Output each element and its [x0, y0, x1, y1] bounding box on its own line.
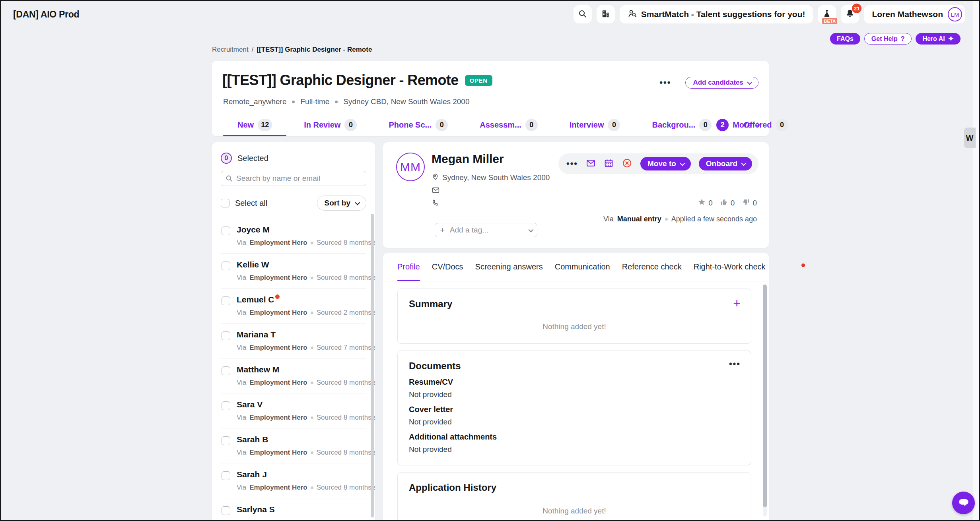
separator-dot	[311, 347, 313, 349]
candidate-row[interactable]: Sarah BViaEmployment HeroSourced 8 month…	[221, 428, 366, 463]
chat-widget-button[interactable]	[952, 492, 975, 514]
notification-count-badge: 21	[852, 4, 861, 13]
notifications-button[interactable]: 21	[841, 5, 859, 23]
schedule-calendar-icon[interactable]	[604, 158, 614, 170]
thumb-down-rating[interactable]: 0	[742, 198, 757, 208]
user-menu[interactable]: Loren Mathewson LM	[864, 5, 965, 23]
onboard-button[interactable]: Onboard	[699, 157, 752, 170]
via-label: Via	[237, 414, 246, 422]
detail-tab-communication[interactable]: Communication	[555, 253, 610, 281]
thumb-up-count: 0	[731, 199, 735, 207]
send-email-icon[interactable]	[586, 158, 596, 170]
separator-dot	[311, 416, 313, 419]
detail-tab-reference-check[interactable]: Reference check	[622, 253, 682, 281]
smartmatch-icon	[628, 9, 637, 20]
organisation-button[interactable]	[597, 5, 615, 23]
candidate-row[interactable]: Matthew MViaEmployment HeroSourced 8 mon…	[221, 358, 366, 393]
add-tag-placeholder: Add a tag...	[450, 226, 488, 234]
candidate-more-menu-button[interactable]: •••	[566, 159, 578, 168]
breadcrumb-section[interactable]: Recruitment	[212, 46, 249, 54]
candidate-list-panel: 0 Selected Select all Sort by Joyce MVia…	[212, 142, 375, 520]
sort-by-label: Sort by	[325, 199, 350, 207]
document-value: Not provided	[409, 418, 740, 426]
job-more-menu-button[interactable]: •••	[659, 78, 671, 87]
detail-tab-right-to-work-check[interactable]: Right-to-Work check	[694, 253, 766, 281]
candidate-checkbox[interactable]	[222, 506, 230, 515]
candidate-row[interactable]: Kellie WViaEmployment HeroSourced 8 mont…	[221, 254, 366, 289]
candidate-search-input[interactable]	[221, 171, 366, 186]
candidate-checkbox[interactable]	[222, 227, 230, 235]
candidate-checkbox[interactable]	[222, 401, 230, 410]
stage-tab-in-review[interactable]: In Review0	[288, 113, 373, 136]
candidate-source: ViaEmployment HeroSourced 8 months ago	[237, 379, 375, 387]
search-button[interactable]	[574, 5, 592, 23]
sort-by-button[interactable]: Sort by	[317, 196, 366, 211]
documents-more-menu-button[interactable]: •••	[729, 360, 741, 368]
candidate-row[interactable]: Sarlyna SViaEmployment HeroSourced 8 mon…	[221, 498, 366, 520]
app-title: [DAN] AIO Prod	[13, 9, 79, 20]
browser-extension-tab[interactable]: W	[964, 128, 976, 148]
candidate-checkbox[interactable]	[222, 296, 230, 305]
smartmatch-button[interactable]: SmartMatch - Talent suggestions for you!	[620, 5, 813, 23]
candidate-row[interactable]: Sarah JViaEmployment HeroSourced 8 month…	[221, 463, 366, 498]
add-tag-input[interactable]: + Add a tag...	[435, 223, 537, 237]
add-summary-button[interactable]: +	[733, 297, 741, 310]
star-rating[interactable]: 0	[698, 198, 713, 208]
beta-badge: BETA	[822, 18, 837, 24]
move-to-button[interactable]: Move to	[640, 157, 691, 170]
select-all-checkbox[interactable]	[221, 199, 229, 207]
thumb-down-count: 0	[752, 199, 757, 207]
candidate-row[interactable]: Mariana TViaEmployment HeroSourced 7 mon…	[221, 323, 366, 358]
candidate-row[interactable]: Lemuel CViaEmployment HeroSourced 2 mont…	[221, 289, 366, 323]
candidate-list-scrollbar[interactable]	[371, 214, 374, 517]
stage-tab-label: Interview	[570, 120, 604, 130]
candidate-checkbox[interactable]	[222, 331, 230, 340]
via-label: Via	[237, 274, 246, 282]
candidate-checkbox[interactable]	[222, 366, 230, 375]
detail-tab-cv-docs[interactable]: CV/Docs	[432, 253, 463, 281]
detail-tab-screening-answers[interactable]: Screening answers	[475, 253, 543, 281]
candidate-checkbox[interactable]	[222, 436, 230, 445]
source-name: Employment Hero	[249, 309, 307, 317]
hero-ai-button[interactable]: Hero AI ✦	[916, 33, 961, 45]
sourced-time: Sourced 8 months ago	[317, 274, 375, 282]
stage-tab-phone-sc[interactable]: Phone Sc...0	[373, 113, 464, 136]
stage-tab-count-badge: 0	[608, 119, 620, 131]
candidate-checkbox[interactable]	[222, 471, 230, 480]
faqs-button[interactable]: FAQs	[830, 33, 860, 45]
stage-tab-backgrou[interactable]: Backgrou...0	[636, 113, 727, 136]
stage-tab-assessm[interactable]: Assessm...0	[464, 113, 554, 136]
separator-dot	[311, 382, 313, 384]
candidate-checkbox[interactable]	[222, 261, 230, 270]
thumb-up-rating[interactable]: 0	[720, 198, 735, 208]
chevron-down-icon	[741, 161, 747, 166]
sourced-time: Sourced 2 months ago	[317, 309, 375, 317]
add-candidates-button[interactable]: Add candidates	[685, 77, 758, 89]
page-scrollbar[interactable]	[973, 1, 979, 520]
stage-tab-interview[interactable]: Interview0	[554, 113, 636, 136]
detail-tab-profile[interactable]: Profile	[397, 253, 420, 281]
via-value: Manual entry	[617, 215, 661, 223]
stage-tab-count-badge: 12	[258, 119, 272, 131]
scrollbar-thumb[interactable]	[763, 285, 767, 507]
job-work-mode: Remote_anywhere	[223, 97, 286, 106]
stage-tab-new[interactable]: New12	[222, 113, 288, 136]
via-label: Via	[603, 215, 614, 223]
candidate-detail-card: ProfileCV/DocsScreening answersCommunica…	[383, 253, 769, 520]
reject-candidate-icon[interactable]	[622, 158, 632, 170]
star-count: 0	[708, 199, 713, 207]
candidate-row[interactable]: Sara VViaEmployment HeroSourced 8 months…	[221, 393, 366, 428]
plus-icon: +	[440, 226, 445, 234]
detail-scrollbar[interactable]	[763, 285, 767, 517]
annotation-click-dot	[801, 263, 805, 267]
candidate-name: Joyce M	[237, 225, 270, 234]
stage-more-tabs[interactable]: 2 More	[716, 119, 759, 131]
user-name: Loren Mathewson	[872, 10, 943, 19]
search-icon	[578, 9, 587, 20]
faqs-label: FAQs	[837, 35, 854, 43]
get-help-button[interactable]: Get Help ?	[864, 33, 912, 45]
via-label: Via	[237, 344, 246, 352]
labs-button[interactable]: BETA	[818, 5, 836, 23]
candidate-row[interactable]: Joyce MViaEmployment HeroSourced 8 month…	[221, 219, 366, 254]
selected-label: Selected	[237, 154, 268, 163]
